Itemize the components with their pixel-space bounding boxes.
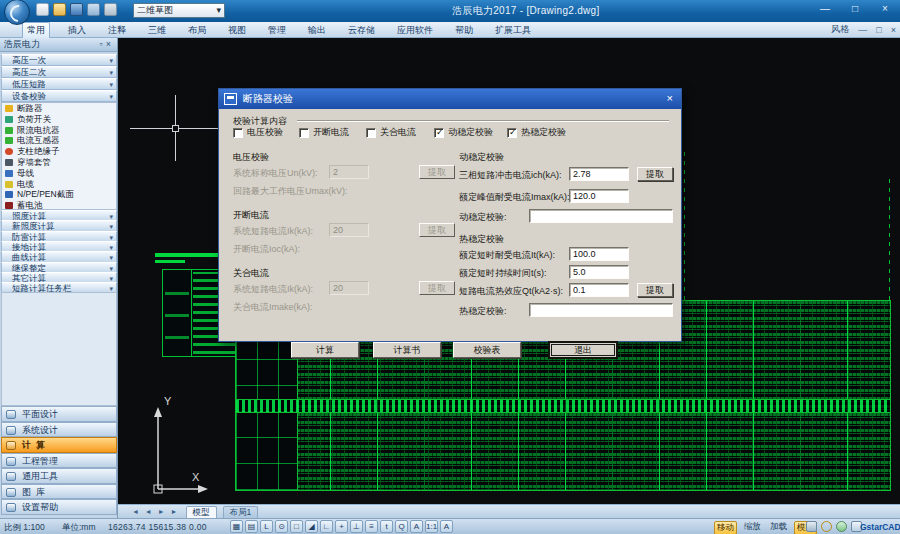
polar-toggle-icon[interactable]: ⊙ — [275, 520, 288, 533]
mode-load[interactable]: 加载 — [768, 521, 789, 534]
autoscale-toggle-icon[interactable]: A — [440, 520, 453, 533]
mode-move[interactable]: 移动 — [714, 521, 737, 534]
checkbox-voltage-check[interactable]: 电压校验 — [233, 126, 283, 139]
ribbon-tab-cloud[interactable]: 云存储 — [344, 23, 379, 38]
ribbon-tab-3d[interactable]: 三维 — [144, 23, 170, 38]
chevron-down-icon: ▾ — [109, 56, 113, 66]
device-wall-bushing[interactable]: 穿墙套管 — [2, 157, 116, 168]
imax-field[interactable]: 120.0 — [569, 189, 629, 203]
ui-style-dropdown[interactable]: 风格 — [831, 23, 849, 36]
app-logo-icon[interactable] — [4, 0, 30, 25]
ucs-toggle-icon[interactable]: ∟ — [320, 520, 333, 533]
exit-button[interactable]: 退出 — [549, 342, 617, 358]
transparency-toggle-icon[interactable]: t — [380, 520, 393, 533]
ortho-toggle-icon[interactable]: L — [260, 520, 273, 533]
ich-extract-button[interactable]: 提取 — [637, 167, 673, 181]
doc-minimize-button[interactable]: — — [858, 25, 867, 35]
ribbon-tab-help[interactable]: 帮助 — [451, 23, 477, 38]
ribbon-tab-annotate[interactable]: 注释 — [104, 23, 130, 38]
restore-button[interactable]: □ — [846, 3, 864, 14]
group-hv-primary[interactable]: 高压一次▾ — [1, 54, 117, 66]
coordinates-readout: 16263.74 15615.38 0.00 — [108, 522, 207, 532]
it-field[interactable]: 100.0 — [569, 247, 629, 261]
palette-empty-area — [1, 292, 117, 406]
group-device-check[interactable]: 设备校验▾ — [1, 90, 117, 102]
nav-plane-design[interactable]: 平面设计 — [1, 406, 117, 422]
workspace-select[interactable]: 二维草图 ▾ — [133, 3, 225, 18]
plot-icon[interactable] — [104, 3, 117, 16]
save-icon[interactable] — [70, 3, 83, 16]
group-hv-secondary[interactable]: 高压二次▾ — [1, 66, 117, 78]
dialog-titlebar[interactable]: 断路器校验 × — [219, 89, 681, 109]
device-npe-section[interactable]: N/PE/PEN截面 — [2, 189, 116, 200]
thermal-result-field[interactable] — [529, 303, 673, 317]
annotation-toggle-icon[interactable]: A — [410, 520, 423, 533]
device-ct[interactable]: 电流互感器 — [2, 135, 116, 146]
ich-field[interactable]: 2.78 — [569, 167, 629, 181]
snap-toggle-icon[interactable]: ▤ — [245, 520, 258, 533]
dynamic-result-field[interactable] — [529, 209, 673, 223]
sync-icon[interactable] — [836, 521, 847, 532]
otrack-toggle-icon[interactable]: ◢ — [305, 520, 318, 533]
calculate-button[interactable]: 计算 — [291, 342, 359, 358]
device-cable[interactable]: 电缆 — [2, 179, 116, 190]
dyn-input-toggle-icon[interactable]: ≡ — [365, 520, 378, 533]
qt-extract-button[interactable]: 提取 — [637, 283, 673, 297]
tab-model[interactable]: 模型 — [186, 506, 217, 518]
grid-toggle-icon[interactable]: ▦ — [230, 520, 243, 533]
device-load-switch[interactable]: 负荷开关 — [2, 114, 116, 125]
new-file-icon[interactable] — [36, 3, 49, 16]
dialog-close-icon[interactable]: × — [667, 89, 673, 108]
checkbox-thermal-stability[interactable]: 热稳定校验 — [507, 126, 566, 139]
ribbon-tab-view[interactable]: 视图 — [224, 23, 250, 38]
workspace-value: 二维草图 — [137, 4, 173, 17]
checkbox-breaking-current[interactable]: 开断电流 — [299, 126, 349, 139]
nav-system-design[interactable]: 系统设计 — [1, 422, 117, 438]
close-button[interactable]: × — [876, 3, 894, 14]
dyn-toggle-icon[interactable]: + — [335, 520, 348, 533]
palette-close-icon[interactable]: × — [106, 39, 114, 49]
ts-field[interactable]: 5.0 — [569, 265, 629, 279]
device-reactor[interactable]: 限流电抗器 — [2, 125, 116, 136]
nav-calculation[interactable]: 计 算 — [1, 437, 117, 453]
device-list: 断路器 负荷开关 限流电抗器 电流互感器 支柱绝缘子 穿墙套管 母线 电缆 N/… — [1, 102, 117, 210]
checkbox-dynamic-stability[interactable]: 动稳定校验 — [434, 126, 493, 139]
device-insulator[interactable]: 支柱绝缘子 — [2, 146, 116, 157]
minimize-button[interactable]: — — [816, 3, 834, 14]
ribbon-tab-manage[interactable]: 管理 — [264, 23, 290, 38]
group-lv-short-circuit[interactable]: 低压短路▾ — [1, 78, 117, 90]
mode-zoom[interactable]: 缩放 — [742, 521, 763, 534]
check-table-button[interactable]: 校验表 — [453, 342, 521, 358]
ribbon-tab-express-tools[interactable]: 扩展工具 — [491, 23, 535, 38]
undo-icon[interactable] — [87, 3, 100, 16]
open-file-icon[interactable] — [53, 3, 66, 16]
scale-indicator[interactable]: 比例 1:100 — [4, 522, 45, 534]
device-breaker[interactable]: 断路器 — [2, 103, 116, 114]
ribbon-tab-home[interactable]: 常用 — [22, 22, 50, 38]
device-busbar[interactable]: 母线 — [2, 168, 116, 179]
ribbon-tab-output[interactable]: 输出 — [304, 23, 330, 38]
lwt-toggle-icon[interactable]: ⊥ — [350, 520, 363, 533]
checkbox-making-current[interactable]: 关合电流 — [366, 126, 416, 139]
doc-close-button[interactable]: × — [891, 25, 896, 35]
nav-general-tools[interactable]: 通用工具 — [1, 468, 117, 484]
user-icon[interactable] — [806, 521, 817, 532]
ribbon-tab-layout[interactable]: 布局 — [184, 23, 210, 38]
checkbox-icon — [299, 128, 309, 138]
ribbon-tab-apps[interactable]: 应用软件 — [393, 23, 437, 38]
report-button[interactable]: 计算书 — [373, 342, 441, 358]
nav-project-manage[interactable]: 工程管理 — [1, 453, 117, 469]
doc-restore-button[interactable]: □ — [876, 25, 881, 35]
quick-props-toggle-icon[interactable]: Q — [395, 520, 408, 533]
tab-nav-arrows[interactable]: ◄ ◄ ► ► — [132, 508, 180, 515]
insulator-icon — [5, 148, 13, 155]
nav-library[interactable]: 图 库 — [1, 484, 117, 500]
tab-layout1[interactable]: 布局1 — [223, 506, 259, 518]
osnap-toggle-icon[interactable]: □ — [290, 520, 303, 533]
qt-field[interactable]: 0.1 — [569, 283, 629, 297]
tips-bulb-icon[interactable] — [821, 521, 832, 532]
nav-settings-help[interactable]: 设置帮助 — [1, 499, 117, 515]
ribbon-tab-insert[interactable]: 插入 — [64, 23, 90, 38]
qt-label: 短路电流热效应Qt(kA2·s): — [459, 285, 563, 298]
annoscale-toggle-icon[interactable]: 1:1 — [425, 520, 438, 533]
